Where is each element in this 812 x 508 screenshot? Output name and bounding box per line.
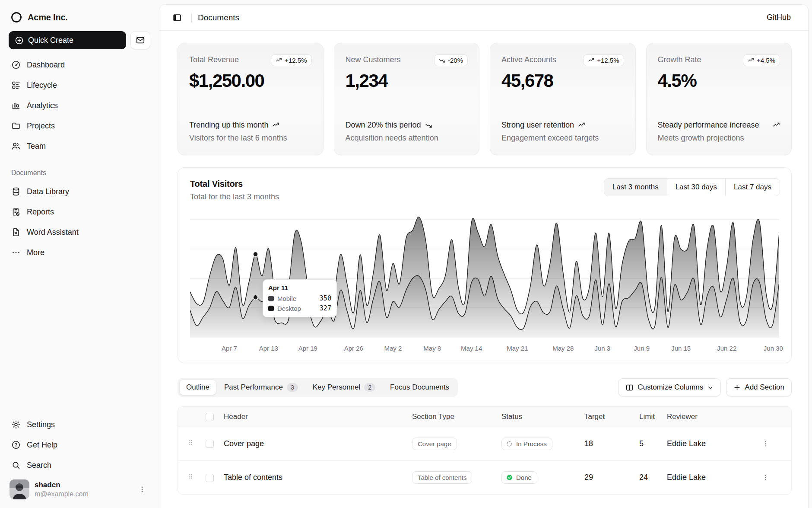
stat-card-new-customers: New Customers -20% 1,234 Down 20% this p…: [334, 43, 480, 155]
cell-reviewer[interactable]: Eddie Lake: [664, 460, 759, 494]
sidebar-item-more[interactable]: More: [7, 243, 152, 262]
sidebar-item-data-library[interactable]: Data Library: [7, 182, 152, 201]
sections-table: Header Section Type Status Target Limit …: [178, 406, 792, 495]
page-title: Documents: [198, 13, 239, 22]
range-last-30-days[interactable]: Last 30 days: [667, 179, 725, 196]
check-circle-icon: [506, 474, 513, 481]
tab-key-personnel[interactable]: Key Personnel2: [306, 380, 382, 395]
x-tick-label: Apr 13: [259, 345, 278, 352]
customize-columns-button[interactable]: Customize Columns: [618, 378, 721, 396]
cell-limit[interactable]: 5: [637, 427, 664, 460]
stat-label: New Customers: [346, 54, 401, 64]
trending-up-icon: [748, 57, 754, 64]
table-header-row: Header Section Type Status Target Limit …: [178, 407, 791, 427]
x-tick-label: Jun 30: [764, 345, 783, 352]
section-type-badge: Cover page: [412, 438, 457, 450]
x-tick-label: Apr 26: [344, 345, 363, 352]
stat-card-growth-rate: Growth Rate +4.5% 4.5% Steady performanc…: [646, 43, 792, 155]
drag-handle-icon[interactable]: [187, 473, 194, 480]
sidebar-item-word-assistant[interactable]: Word Assistant: [7, 223, 152, 242]
tabs-list: Outline Past Performance3 Key Personnel2…: [178, 378, 458, 397]
sidebar-item-settings[interactable]: Settings: [7, 415, 152, 434]
col-section-type: Section Type: [409, 407, 499, 427]
cell-target[interactable]: 29: [582, 460, 637, 494]
add-section-button[interactable]: Add Section: [726, 378, 792, 396]
gauge-icon: [11, 60, 21, 70]
sidebar-item-lifecycle[interactable]: Lifecycle: [7, 76, 152, 95]
x-tick-label: May 21: [507, 345, 528, 352]
user-name: shadcn: [35, 480, 130, 489]
chart-tooltip: Apr 11 Mobile 350 Desktop 327: [263, 279, 337, 317]
plus-icon: [733, 384, 741, 391]
inbox-button[interactable]: [130, 31, 150, 49]
loader-icon: [506, 441, 513, 447]
gear-icon: [11, 420, 21, 429]
users-icon: [11, 141, 21, 151]
select-all-checkbox[interactable]: [206, 413, 214, 421]
mail-icon: [136, 35, 145, 45]
topbar: Documents GitHub: [159, 5, 808, 31]
github-link[interactable]: GitHub: [762, 10, 795, 25]
mobile-swatch: [268, 296, 274, 301]
row-checkbox[interactable]: [206, 440, 214, 448]
user-menu[interactable]: shadcn m@example.com: [6, 476, 153, 499]
sidebar-item-get-help[interactable]: Get Help: [7, 435, 152, 454]
trending-up-icon: [773, 121, 780, 129]
folder-icon: [11, 121, 21, 131]
cell-limit[interactable]: 24: [637, 460, 664, 494]
acme-logo-icon: [10, 11, 22, 23]
chevron-down-icon: [707, 384, 714, 391]
drag-handle-icon[interactable]: [187, 439, 194, 446]
tooltip-date: Apr 11: [268, 284, 331, 291]
tab-outline[interactable]: Outline: [179, 380, 216, 395]
x-tick-label: May 2: [384, 345, 402, 352]
cell-header[interactable]: Cover page: [221, 427, 409, 460]
sidebar-item-dashboard[interactable]: Dashboard: [7, 55, 152, 74]
documents-section-label: Documents: [6, 157, 153, 182]
tab-past-performance[interactable]: Past Performance3: [217, 380, 305, 395]
range-last-7-days[interactable]: Last 7 days: [725, 179, 780, 196]
trending-up-icon: [578, 121, 585, 129]
sidebar-item-team[interactable]: Team: [7, 137, 152, 156]
sidebar-item-search[interactable]: Search: [7, 456, 152, 475]
footer-nav: Settings Get Help Search: [6, 415, 153, 476]
row-menu-button[interactable]: [759, 427, 791, 460]
x-axis: Apr 7Apr 13Apr 19Apr 26May 2May 8May 14M…: [190, 340, 779, 355]
x-tick-label: Jun 22: [717, 345, 736, 352]
plus-circle-icon: [15, 36, 24, 45]
sidebar-item-analytics[interactable]: Analytics: [7, 96, 152, 115]
area-chart[interactable]: Apr 11 Mobile 350 Desktop 327: [190, 214, 779, 338]
status-badge: Done: [501, 471, 537, 484]
quick-create-button[interactable]: Quick Create: [9, 31, 126, 49]
area-chart-canvas: [190, 214, 779, 338]
table-row: Cover page Cover page In Process 18 5 Ed…: [178, 427, 791, 460]
range-last-3-months[interactable]: Last 3 months: [604, 179, 667, 196]
row-menu-button[interactable]: [759, 460, 791, 494]
stat-label: Growth Rate: [658, 54, 701, 64]
ellipsis-icon: [11, 248, 21, 257]
sidebar-item-reports[interactable]: Reports: [7, 202, 152, 221]
col-limit: Limit: [637, 407, 664, 427]
sidebar-toggle-button[interactable]: [169, 10, 185, 26]
user-menu-ellipsis-icon[interactable]: [136, 484, 149, 495]
cell-header[interactable]: Table of contents: [221, 460, 409, 494]
desktop-swatch: [268, 306, 274, 311]
stat-value: 45,678: [501, 70, 624, 91]
stats-grid: Total Revenue +12.5% $1,250.00 Trending …: [178, 43, 792, 155]
tooltip-row-mobile: Mobile 350: [268, 294, 331, 302]
org-switcher[interactable]: Acme Inc.: [6, 8, 153, 31]
x-tick-label: May 28: [552, 345, 574, 352]
trending-down-icon: [439, 57, 445, 64]
stat-label: Total Revenue: [189, 54, 239, 64]
cell-reviewer[interactable]: Eddie Lake: [664, 427, 759, 460]
cell-target[interactable]: 18: [582, 427, 637, 460]
row-checkbox[interactable]: [206, 474, 214, 482]
tab-focus-documents[interactable]: Focus Documents: [383, 380, 456, 395]
panel-left-icon: [172, 13, 182, 22]
col-target: Target: [582, 407, 637, 427]
trending-up-icon: [272, 121, 279, 129]
sidebar-item-projects[interactable]: Projects: [7, 116, 152, 135]
tooltip-row-desktop: Desktop 327: [268, 304, 331, 312]
x-tick-label: Jun 9: [634, 345, 650, 352]
trend-badge: +12.5%: [583, 54, 624, 66]
